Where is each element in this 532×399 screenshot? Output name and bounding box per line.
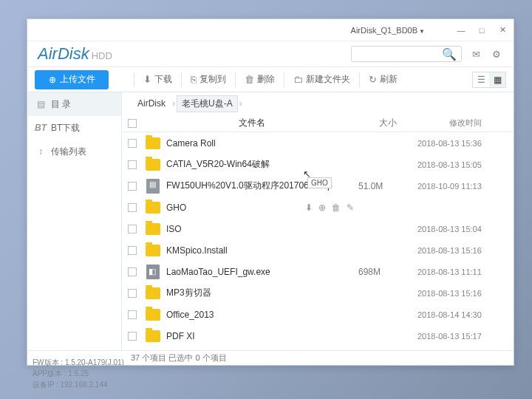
app-version: APP版本 : 1.5.25 — [33, 368, 124, 379]
file-time: 2018-08-13 15:05 — [417, 160, 514, 169]
row-checkbox[interactable] — [128, 332, 137, 341]
close-button[interactable]: ✕ — [496, 25, 509, 35]
zip-icon — [146, 179, 160, 194]
file-time: 2018-08-13 15:04 — [417, 225, 514, 233]
row-checkbox[interactable] — [128, 267, 137, 276]
row-actions: ⬇⊕🗑✎ — [305, 202, 354, 213]
upload-label: 上传文件 — [60, 73, 95, 86]
logo-sub: HDD — [92, 50, 112, 61]
sidebar-item-catalog[interactable]: ▤目 录 — [27, 92, 121, 116]
fw-version: FW版本 : 1.5.20-A179(J.01) — [33, 357, 124, 368]
message-icon[interactable]: ✉ — [469, 49, 482, 60]
col-time[interactable]: 修改时间 — [417, 117, 514, 129]
file-name: Office_2013 — [163, 310, 358, 320]
file-row[interactable]: PDF XI2018-08-13 15:17 — [122, 325, 514, 347]
download-button[interactable]: ⬇下载 — [143, 73, 172, 86]
file-time: 2018-08-13 15:16 — [417, 246, 514, 255]
file-name: GHO⬇⊕🗑✎ — [163, 202, 358, 213]
file-time: 2018-08-13 15:16 — [417, 289, 514, 298]
device-info: FW版本 : 1.5.20-A179(J.01) APP版本 : 1.5.25 … — [33, 357, 124, 390]
file-row[interactable]: GHO⬇⊕🗑✎ — [122, 197, 514, 218]
sidebar-item-transfer[interactable]: ↕传输列表 — [27, 140, 121, 163]
file-time: 2018-10-09 11:13 — [417, 182, 514, 191]
toolbar-actions: ⬇下载 ⎘复制到 🗑删除 🗀新建文件夹 ↻刷新 — [125, 72, 398, 87]
row-checkbox[interactable] — [128, 246, 137, 255]
titlebar: AirDisk_Q1_BD0B — □ ✕ — [27, 19, 514, 41]
file-row[interactable]: LaoMaoTao_UEFI_gw.exe698M2018-08-13 11:1… — [122, 261, 514, 282]
sidebar: ▤目 录 BTBT下载 ↕传输列表 — [27, 92, 122, 350]
folder-icon — [146, 330, 160, 342]
header: AirDiskHDD 🔍 ✉ ⚙ — [27, 41, 514, 66]
file-time: 2018-08-14 14:30 — [417, 310, 514, 319]
device-ip: 设备IP : 192.168.2.144 — [33, 379, 124, 390]
file-row[interactable]: ISO2018-08-13 15:04 — [122, 218, 514, 239]
file-row[interactable]: MP3剪切器2018-08-13 15:16 — [122, 282, 514, 304]
crumb-current[interactable]: 老毛桃U盘-A — [177, 95, 238, 112]
row-checkbox[interactable] — [128, 289, 137, 298]
transfer-icon: ↕ — [35, 146, 47, 157]
trash-icon: 🗑 — [245, 74, 254, 85]
folder-icon — [146, 159, 160, 171]
copy-icon[interactable]: ⊕ — [318, 202, 326, 213]
file-size: 51.0M — [358, 181, 417, 191]
device-selector[interactable]: AirDisk_Q1_BD0B — [351, 26, 425, 35]
file-name: CATIA_V5R20-Win64破解 — [163, 158, 358, 171]
file-name: KMSpico.Install — [163, 245, 358, 256]
upload-icon: ⊕ — [49, 75, 56, 85]
header-right: 🔍 ✉ ⚙ — [134, 46, 503, 62]
row-checkbox[interactable] — [128, 139, 137, 148]
logo: AirDiskHDD — [38, 44, 112, 64]
folder-icon — [146, 309, 160, 321]
settings-icon[interactable]: ⚙ — [490, 49, 503, 60]
select-all-checkbox[interactable] — [128, 119, 137, 128]
maximize-button[interactable]: □ — [475, 26, 488, 35]
file-row[interactable]: Office_20132018-08-14 14:30 — [122, 304, 514, 325]
catalog-icon: ▤ — [35, 99, 47, 109]
body: ▤目 录 BTBT下载 ↕传输列表 AirDisk › 老毛桃U盘-A › 文件… — [27, 92, 514, 350]
new-folder-button[interactable]: 🗀新建文件夹 — [293, 73, 350, 86]
folder-icon — [146, 137, 160, 149]
column-header: 文件名 大小 修改时间 — [122, 115, 514, 132]
list-view-button[interactable]: ☰ — [473, 72, 489, 87]
copy-icon: ⎘ — [191, 74, 197, 85]
refresh-button[interactable]: ↻刷新 — [369, 73, 398, 86]
upload-button[interactable]: ⊕ 上传文件 — [35, 70, 109, 89]
file-name: ISO — [163, 224, 358, 234]
grid-view-button[interactable]: ▦ — [489, 72, 505, 87]
minimize-button[interactable]: — — [454, 26, 468, 35]
row-checkbox[interactable] — [128, 182, 137, 191]
file-name: MP3剪切器 — [163, 287, 358, 299]
file-time: 2018-08-13 11:11 — [417, 267, 514, 276]
row-checkbox[interactable] — [128, 203, 137, 212]
file-name: Camera Roll — [163, 138, 358, 149]
file-size: 698M — [358, 267, 417, 277]
delete-icon[interactable]: 🗑 — [332, 202, 341, 213]
search-input[interactable]: 🔍 — [351, 46, 462, 62]
col-name[interactable]: 文件名 — [143, 117, 358, 129]
refresh-icon: ↻ — [369, 74, 377, 85]
copy-button[interactable]: ⎘复制到 — [191, 73, 226, 86]
breadcrumb: AirDisk › 老毛桃U盘-A › — [122, 92, 514, 115]
file-row[interactable]: KMSpico.Install2018-08-13 15:16 — [122, 239, 514, 261]
sidebar-item-bt[interactable]: BTBT下载 — [27, 116, 121, 140]
view-switch: ☰ ▦ — [472, 72, 506, 88]
file-row[interactable]: Camera Roll2018-08-13 15:36 — [122, 132, 514, 154]
row-checkbox[interactable] — [128, 160, 137, 169]
tooltip: GHO — [307, 177, 332, 188]
bt-icon: BT — [35, 123, 47, 133]
file-row[interactable]: CATIA_V5R20-Win64破解2018-08-13 15:05 — [122, 154, 514, 175]
delete-button[interactable]: 🗑删除 — [245, 73, 275, 86]
file-time: 2018-08-13 15:36 — [417, 139, 514, 148]
file-time: 2018-08-13 15:17 — [417, 332, 514, 341]
app-window: AirDisk_Q1_BD0B — □ ✕ AirDiskHDD 🔍 ✉ ⚙ ⊕… — [27, 18, 514, 366]
folder-icon — [146, 202, 160, 214]
edit-icon[interactable]: ✎ — [347, 202, 354, 213]
folder-icon — [146, 245, 160, 256]
download-icon[interactable]: ⬇ — [305, 202, 313, 213]
row-checkbox[interactable] — [128, 310, 137, 319]
crumb-root[interactable]: AirDisk — [132, 96, 171, 111]
row-checkbox[interactable] — [128, 225, 137, 233]
logo-text: AirDisk — [38, 44, 89, 63]
col-size[interactable]: 大小 — [358, 117, 417, 129]
main: AirDisk › 老毛桃U盘-A › 文件名 大小 修改时间 Camera R… — [122, 92, 514, 350]
